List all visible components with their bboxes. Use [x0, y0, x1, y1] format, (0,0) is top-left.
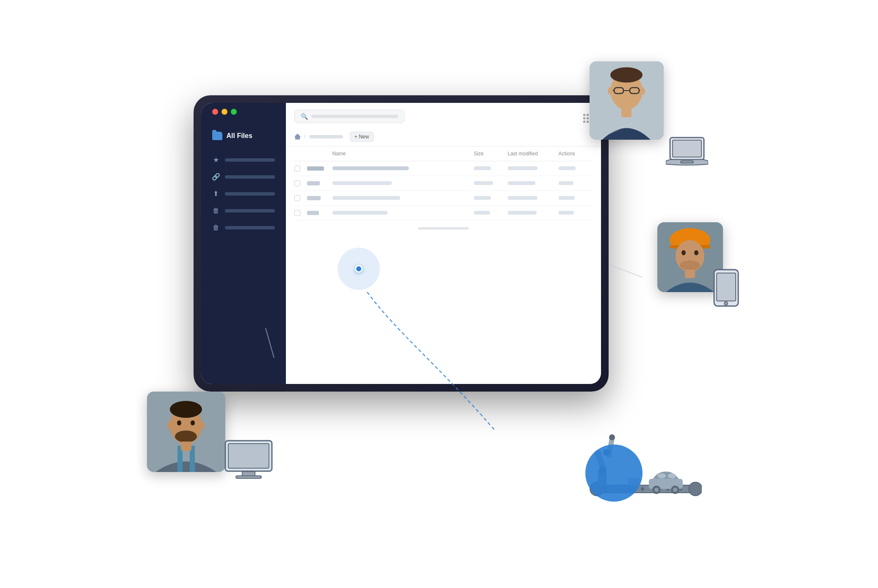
svg-point-24	[191, 420, 195, 425]
new-button-label: + New	[355, 134, 369, 140]
row-checkbox[interactable]	[294, 166, 300, 171]
svg-point-64	[668, 473, 676, 478]
svg-rect-37	[228, 444, 269, 468]
svg-point-35	[724, 302, 728, 305]
svg-point-44	[641, 487, 644, 491]
svg-point-9	[608, 87, 613, 95]
file-thumbnail	[307, 166, 324, 171]
col-actions: Actions	[559, 151, 593, 157]
cursor-ripple	[338, 248, 380, 290]
table-row[interactable]	[294, 191, 593, 206]
table-row[interactable]	[294, 176, 593, 191]
sidebar-trash-label	[225, 209, 275, 213]
svg-rect-32	[681, 161, 693, 163]
sidebar-shared-label	[225, 192, 275, 196]
file-name	[332, 181, 392, 185]
app-window: All Files ★ 🔗 ⬆ 🗑	[201, 103, 601, 384]
sidebar-item-shared-link[interactable]: 🔗	[208, 170, 279, 184]
svg-point-56	[609, 434, 615, 440]
file-actions	[559, 181, 573, 185]
sidebar-item-favorites[interactable]: ★	[208, 153, 279, 167]
svg-point-25	[167, 422, 172, 429]
file-actions	[559, 166, 576, 170]
svg-point-22	[175, 431, 197, 442]
svg-point-23	[177, 420, 181, 425]
tablet-device-svg	[712, 269, 740, 307]
sidebar-item-trash[interactable]: 🗑	[208, 204, 279, 218]
sidebar-item-shared[interactable]: ⬆	[208, 187, 279, 201]
svg-rect-7	[621, 107, 631, 117]
file-name	[332, 196, 400, 200]
row-checkbox[interactable]	[294, 210, 300, 216]
svg-point-8	[610, 67, 643, 83]
row-checkbox[interactable]	[294, 180, 300, 186]
svg-point-62	[673, 488, 677, 492]
file-thumbnail	[307, 211, 319, 215]
search-icon: 🔍	[301, 113, 308, 120]
file-size	[474, 166, 491, 170]
avatar-bottom-left	[147, 392, 225, 472]
col-size: Size	[474, 151, 508, 157]
main-scene: All Files ★ 🔗 ⬆ 🗑	[143, 61, 736, 527]
table-row[interactable]	[294, 161, 593, 176]
table-row[interactable]	[294, 206, 593, 221]
col-name: Name	[332, 151, 474, 157]
cursor-dot	[355, 265, 363, 273]
svg-rect-31	[673, 140, 701, 157]
file-date	[508, 166, 537, 170]
home-icon[interactable]	[294, 134, 301, 140]
tablet-frame: All Files ★ 🔗 ⬆ 🗑	[194, 95, 609, 392]
maximize-button[interactable]	[231, 109, 237, 115]
laptop-icon	[666, 135, 708, 171]
svg-rect-34	[717, 273, 736, 301]
scrollbar[interactable]	[294, 227, 593, 229]
sidebar-title: All Files	[208, 128, 279, 144]
file-thumbnail	[307, 181, 320, 185]
sidebar-item-deleted[interactable]: 🗑	[208, 221, 279, 235]
breadcrumb: / + New	[294, 132, 593, 142]
file-actions	[559, 211, 574, 215]
file-table: Name Size Last modified Actions	[286, 146, 601, 384]
new-button[interactable]: + New	[350, 132, 374, 142]
svg-rect-18	[685, 270, 695, 278]
search-input[interactable]	[311, 115, 398, 118]
row-checkbox[interactable]	[294, 195, 300, 201]
minimize-button[interactable]	[222, 109, 227, 115]
file-size	[474, 181, 493, 185]
svg-line-66	[609, 265, 643, 277]
file-name	[332, 211, 388, 215]
svg-rect-39	[236, 476, 261, 478]
close-button[interactable]	[212, 109, 218, 115]
svg-point-63	[657, 473, 666, 478]
trash-alt-icon: 🗑	[212, 224, 220, 232]
sidebar-deleted-label	[225, 226, 275, 229]
file-date	[508, 211, 537, 215]
laptop-svg	[666, 135, 708, 169]
traffic-lights	[212, 109, 237, 115]
monitor-icon	[223, 439, 274, 483]
share-icon: ⬆	[212, 190, 220, 198]
svg-rect-38	[242, 472, 255, 476]
sidebar-all-files-label: All Files	[227, 132, 252, 140]
svg-point-16	[681, 250, 686, 255]
folder-icon	[212, 132, 222, 140]
table-header: Name Size Last modified Actions	[294, 146, 593, 161]
file-size	[474, 211, 490, 215]
file-name	[332, 166, 409, 170]
factory-blue-circle	[585, 444, 643, 502]
person-silhouette-top	[590, 61, 664, 140]
monitor-svg	[223, 439, 274, 481]
svg-rect-29	[181, 442, 191, 451]
star-icon: ★	[212, 156, 220, 164]
link-icon: 🔗	[212, 173, 220, 181]
search-bar[interactable]: 🔍	[294, 110, 404, 123]
svg-point-50	[689, 482, 702, 496]
file-date	[508, 196, 537, 200]
svg-point-15	[680, 260, 700, 271]
person-silhouette-left	[147, 392, 225, 472]
svg-point-26	[199, 422, 205, 429]
cursor-indicator	[338, 248, 380, 290]
top-bar: 🔍 / + New	[286, 103, 601, 146]
breadcrumb-separator: /	[305, 134, 306, 140]
tablet-device-icon	[712, 269, 740, 309]
